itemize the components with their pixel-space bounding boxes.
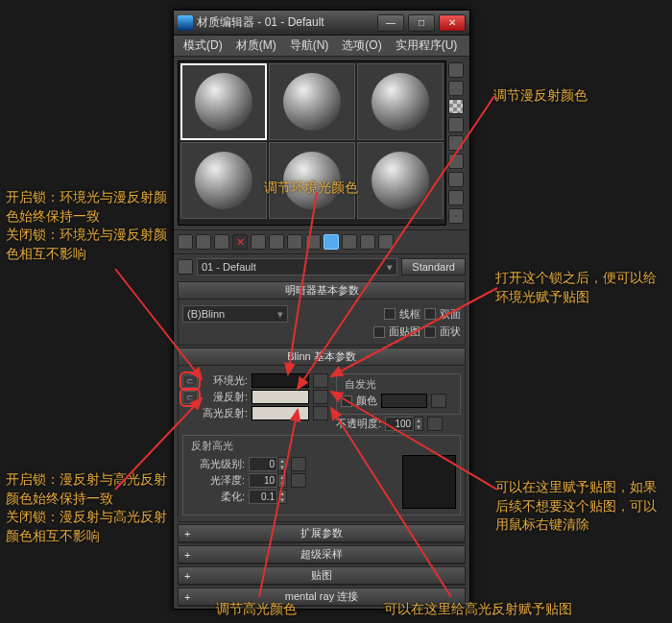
rollup-supersampling[interactable]: +超级采样 bbox=[178, 545, 466, 564]
specular-preview bbox=[402, 455, 456, 509]
material-name-dropdown[interactable]: 01 - Default bbox=[197, 258, 397, 276]
app-icon bbox=[178, 15, 193, 31]
sample-slot-4[interactable] bbox=[180, 142, 267, 219]
ambient-color-swatch[interactable] bbox=[252, 373, 309, 388]
annotation-map-clear: 可以在这里赋予贴图，如果后续不想要这个贴图，可以用鼠标右键清除 bbox=[495, 478, 663, 535]
diffuse-color-swatch[interactable] bbox=[252, 390, 309, 404]
soften-spinner[interactable]: ▲▼ bbox=[249, 490, 287, 504]
2sided-checkbox[interactable] bbox=[424, 308, 436, 320]
reset-map-icon[interactable]: ✕ bbox=[232, 234, 248, 250]
rollup-shader-basic: 明暗器基本参数 (B)Blinn 线框 双面 面贴图 面状 bbox=[178, 281, 466, 346]
put-to-scene-icon[interactable] bbox=[196, 234, 211, 250]
sample-slot-6[interactable] bbox=[357, 142, 444, 219]
annotation-specular-color: 调节高光颜色 bbox=[216, 600, 297, 619]
facemap-label: 面贴图 bbox=[389, 324, 420, 339]
material-map-navigator-icon[interactable] bbox=[448, 208, 464, 224]
sample-slot-3[interactable] bbox=[357, 63, 444, 140]
specular-highlights-group: 反射高光 高光级别:▲▼ 光泽度:▲▼ 柔化:▲▼ bbox=[182, 435, 461, 515]
sample-slot-2[interactable] bbox=[269, 63, 355, 140]
glossiness-map-button[interactable] bbox=[291, 473, 306, 488]
shader-dropdown[interactable]: (B)Blinn bbox=[182, 305, 288, 323]
faceted-checkbox[interactable] bbox=[424, 326, 436, 338]
go-forward-icon[interactable] bbox=[378, 234, 394, 250]
titlebar[interactable]: 材质编辑器 - 01 - Default — □ ✕ bbox=[174, 11, 469, 36]
rollup-header-blinn[interactable]: Blinn 基本参数 bbox=[179, 348, 465, 366]
close-button[interactable]: ✕ bbox=[439, 14, 466, 32]
make-copy-icon[interactable] bbox=[251, 234, 266, 250]
menu-mode[interactable]: 模式(D) bbox=[178, 36, 228, 56]
wire-checkbox[interactable] bbox=[384, 308, 396, 320]
show-map-in-viewport-icon[interactable] bbox=[324, 234, 339, 250]
spec-level-map-button[interactable] bbox=[291, 457, 306, 471]
make-unique-icon[interactable] bbox=[269, 234, 284, 250]
minimize-button[interactable]: — bbox=[377, 14, 404, 32]
self-illum-map-button[interactable] bbox=[431, 394, 446, 408]
spec-level-label: 高光级别: bbox=[187, 457, 245, 471]
glossiness-spinner[interactable]: ▲▼ bbox=[249, 473, 287, 488]
menu-options[interactable]: 选项(O) bbox=[336, 36, 387, 56]
maximize-button[interactable]: □ bbox=[408, 14, 435, 32]
self-illum-swatch[interactable] bbox=[381, 394, 427, 408]
put-to-library-icon[interactable] bbox=[287, 234, 302, 250]
annotation-lock1: 开启锁：环境光与漫反射颜色始终保持一致 关闭锁：环境光与漫反射颜色相互不影响 bbox=[6, 188, 169, 263]
spec-level-spinner[interactable]: ▲▼ bbox=[249, 457, 287, 471]
menu-material[interactable]: 材质(M) bbox=[230, 36, 282, 56]
sample-slot-grid bbox=[178, 60, 446, 226]
sample-slot-1[interactable] bbox=[180, 63, 267, 140]
backlight-icon[interactable] bbox=[448, 81, 464, 96]
menu-navigate[interactable]: 导航(N) bbox=[284, 36, 335, 56]
annotation-lock2: 开启锁：漫反射与高光反射颜色始终保持一致 关闭锁：漫反射与高光反射颜色相互不影响 bbox=[6, 470, 169, 545]
window-title: 材质编辑器 - 01 - Default bbox=[197, 14, 373, 31]
self-illum-color-checkbox[interactable] bbox=[341, 395, 352, 407]
faceted-label: 面状 bbox=[440, 324, 461, 339]
self-illum-color-label: 颜色 bbox=[356, 394, 377, 408]
rollup-maps[interactable]: +贴图 bbox=[178, 566, 466, 586]
rollup-blinn-basic: Blinn 基本参数 ⊂ 环境光: ⊂ 漫反射: bbox=[178, 347, 466, 522]
material-name-bar: 01 - Default Standard bbox=[174, 254, 469, 279]
toolbar: ✕ bbox=[174, 229, 469, 254]
facemap-checkbox[interactable] bbox=[373, 326, 385, 338]
ambient-map-lock[interactable] bbox=[313, 373, 328, 388]
2sided-label: 双面 bbox=[440, 307, 461, 322]
material-id-icon[interactable] bbox=[305, 234, 321, 250]
material-type-button[interactable]: Standard bbox=[401, 258, 466, 276]
menu-utilities[interactable]: 实用程序(U) bbox=[390, 36, 464, 56]
diffuse-specular-lock[interactable]: ⊂ bbox=[182, 391, 198, 404]
go-to-parent-icon[interactable] bbox=[360, 234, 375, 250]
annotation-ambient-map: 打开这个锁之后，便可以给环境光赋予贴图 bbox=[495, 269, 659, 306]
assign-to-selection-icon[interactable] bbox=[214, 234, 229, 250]
options-icon[interactable] bbox=[448, 172, 464, 187]
annotation-ambient-inline: 调节环境光颜色 bbox=[264, 179, 358, 198]
make-preview-icon[interactable] bbox=[448, 154, 464, 169]
menubar: 模式(D) 材质(M) 导航(N) 选项(O) 实用程序(U) bbox=[174, 36, 469, 57]
specular-color-swatch[interactable] bbox=[252, 406, 309, 420]
get-material-icon[interactable] bbox=[178, 234, 193, 250]
background-icon[interactable] bbox=[448, 99, 464, 114]
ambient-label: 环境光: bbox=[202, 373, 248, 388]
sample-uv-tiling-icon[interactable] bbox=[448, 117, 464, 132]
annotation-diffuse: 调节漫反射颜色 bbox=[493, 86, 588, 106]
material-editor-window: 材质编辑器 - 01 - Default — □ ✕ 模式(D) 材质(M) 导… bbox=[173, 10, 470, 610]
rollup-extended[interactable]: +扩展参数 bbox=[178, 524, 466, 543]
specular-label: 高光反射: bbox=[202, 406, 248, 420]
glossiness-label: 光泽度: bbox=[187, 473, 245, 488]
diffuse-map-button[interactable] bbox=[313, 390, 328, 404]
sample-type-icon[interactable] bbox=[448, 62, 464, 78]
wire-label: 线框 bbox=[399, 307, 420, 322]
self-illum-group: 自发光 颜色 bbox=[336, 373, 461, 415]
ambient-diffuse-lock[interactable]: ⊂ bbox=[182, 374, 198, 388]
video-color-check-icon[interactable] bbox=[448, 135, 464, 151]
opacity-spinner[interactable]: ▲▼ bbox=[385, 417, 423, 431]
select-by-material-icon[interactable] bbox=[448, 190, 464, 205]
soften-label: 柔化: bbox=[187, 490, 245, 504]
rollup-header-shader[interactable]: 明暗器基本参数 bbox=[179, 282, 465, 300]
sample-slots-area bbox=[174, 57, 469, 229]
diffuse-label: 漫反射: bbox=[202, 390, 248, 404]
pick-material-icon[interactable] bbox=[178, 259, 193, 275]
specular-map-button[interactable] bbox=[313, 406, 328, 420]
show-end-result-icon[interactable] bbox=[342, 234, 357, 250]
sample-side-tools bbox=[446, 60, 466, 226]
opacity-label: 不透明度: bbox=[336, 417, 381, 431]
opacity-map-button[interactable] bbox=[427, 417, 443, 431]
annotation-specular-map: 可以在这里给高光反射赋予贴图 bbox=[384, 600, 572, 619]
